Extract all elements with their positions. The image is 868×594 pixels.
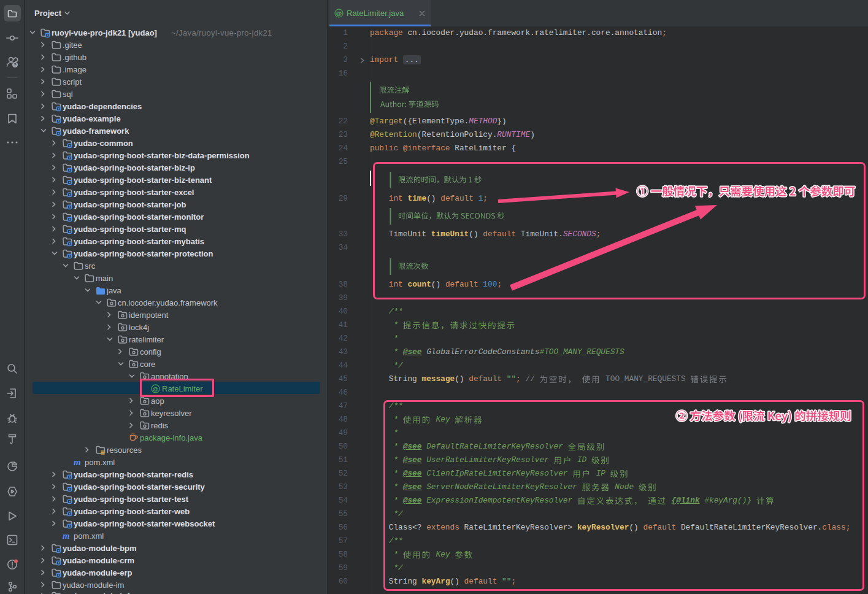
svg-text:?: ? [13, 62, 17, 68]
svg-text:@: @ [336, 10, 342, 17]
